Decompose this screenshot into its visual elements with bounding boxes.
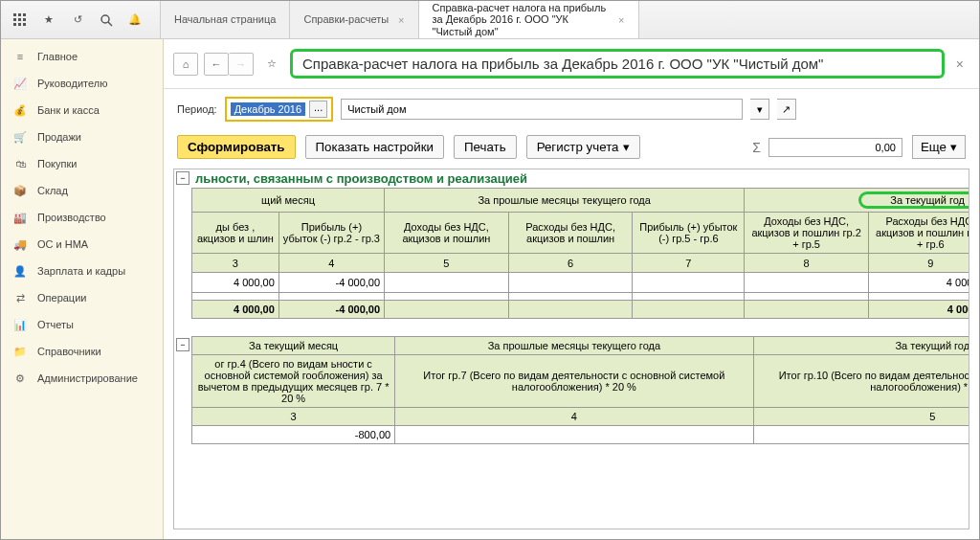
th: Прибыль (+) убыток (-) гр.5 - гр.6 (633, 213, 745, 254)
report-icon: 📊 (12, 317, 28, 332)
section-title: льности, связанным с производством и реа… (191, 169, 969, 188)
th: ог гр.4 (Всего по видам ьности с основно… (192, 355, 395, 408)
th: Доходы без НДС, акцизов и пошлин (385, 213, 509, 254)
settings-button[interactable]: Показать настройки (305, 135, 444, 159)
basket-icon: 🛍 (12, 156, 28, 171)
more-button[interactable]: Еще▾ (912, 135, 966, 159)
svg-rect-7 (18, 23, 21, 26)
sidebar-item-production[interactable]: 🏭Производство (1, 204, 163, 231)
folder-icon: 📁 (12, 344, 28, 359)
sidebar-item-main[interactable]: ≡Главное (1, 43, 163, 70)
register-button[interactable]: Регистр учета▾ (526, 135, 640, 159)
table-row-total: 4 000,00 -4 000,00 4 000,00 -4 000,00 (192, 301, 970, 319)
sidebar-item-bank[interactable]: 💰Банк и касса (1, 97, 163, 124)
sidebar-item-reports[interactable]: 📊Отчеты (1, 311, 163, 338)
favorite-button[interactable]: ☆ (259, 53, 284, 76)
sidebar-item-label: Покупки (37, 158, 77, 169)
sidebar-item-label: Операции (37, 292, 86, 304)
organization-value: Чистый дом (347, 103, 406, 115)
sidebar-item-label: Производство (37, 212, 106, 223)
period-value: Декабрь 2016 (231, 102, 305, 116)
sidebar-item-warehouse[interactable]: 📦Склад (1, 177, 163, 204)
th: 6 (508, 254, 633, 273)
period-label: Период: (177, 103, 217, 115)
cell: 4 000,00 (868, 273, 969, 293)
sidebar-item-label: Справочники (37, 346, 101, 357)
sidebar-item-label: Продажи (37, 131, 81, 143)
cell: -800,00 (192, 426, 395, 444)
th: Итог гр.10 (Всего по видам деятельности … (753, 355, 969, 408)
th: 5 (385, 254, 509, 273)
table-row: 4 000,00 -4 000,00 4 000,00 -4 000,00 (192, 273, 970, 293)
th: Расходы без НДС, акцизов и пошлин гр.3 +… (868, 213, 969, 254)
cart-icon: 🛒 (12, 129, 28, 145)
action-row: Сформировать Показать настройки Печать Р… (164, 129, 979, 165)
th: За прошлые месяцы текущего года (395, 337, 753, 355)
org-dropdown-button[interactable]: ▾ (750, 99, 769, 120)
th: 3 (192, 408, 395, 426)
th: Прибыль (+) убыток (-) гр.2 - гр.3 (278, 213, 384, 254)
svg-point-9 (101, 15, 109, 23)
th: 7 (633, 254, 745, 273)
report-area[interactable]: − льности, связанным с производством и р… (173, 169, 969, 529)
truck-icon: 🚚 (12, 236, 28, 252)
button-label: Печать (464, 140, 506, 154)
svg-rect-8 (23, 23, 26, 26)
th: Доходы без НДС, акцизов и пошлин гр.2 + … (745, 213, 869, 254)
sidebar-item-label: Главное (37, 51, 78, 62)
history-icon[interactable]: ↺ (66, 9, 89, 32)
chevron-down-icon: ▾ (623, 140, 630, 154)
svg-rect-5 (23, 18, 26, 21)
sidebar-item-purchases[interactable]: 🛍Покупки (1, 150, 163, 177)
collapse-toggle[interactable]: − (176, 338, 189, 351)
tab-home[interactable]: Начальная страница (160, 1, 290, 38)
th: 8 (745, 254, 869, 273)
bell-icon[interactable]: 🔔 (123, 9, 146, 32)
close-page-button[interactable]: × (950, 56, 969, 72)
back-button[interactable]: ← (204, 53, 229, 76)
collapse-toggle[interactable]: − (176, 171, 189, 185)
close-icon[interactable]: × (618, 14, 624, 26)
sidebar-item-admin[interactable]: ⚙Администрирование (1, 365, 163, 392)
header-current-year: За текущий год (745, 189, 969, 213)
generate-button[interactable]: Сформировать (177, 135, 296, 159)
period-picker-button[interactable]: ... (309, 101, 327, 118)
svg-rect-6 (13, 23, 16, 26)
th: 5 (753, 408, 969, 426)
sidebar-item-operations[interactable]: ⇄Операции (1, 284, 163, 311)
forward-button[interactable]: → (229, 53, 254, 76)
star-icon[interactable]: ★ (37, 9, 60, 32)
period-input[interactable]: Декабрь 2016 ... (225, 97, 334, 122)
button-label: Показать настройки (316, 140, 434, 154)
sidebar-item-sales[interactable]: 🛒Продажи (1, 124, 163, 150)
search-icon[interactable] (95, 9, 118, 32)
apps-icon[interactable] (9, 9, 32, 32)
button-label: Сформировать (188, 140, 285, 154)
org-open-button[interactable]: ↗ (777, 99, 796, 120)
close-icon[interactable]: × (398, 14, 404, 26)
sum-field[interactable]: 0,00 (768, 138, 902, 157)
sidebar-item-label: Банк и касса (37, 104, 100, 116)
person-icon: 👤 (12, 263, 28, 279)
sidebar-item-assets[interactable]: 🚚ОС и НМА (1, 231, 163, 258)
th: 9 (868, 254, 969, 273)
tab-reports[interactable]: Справки-расчеты× (290, 1, 418, 38)
report-table-1: щий месяц За прошлые месяцы текущего год… (191, 188, 969, 319)
sidebar-item-manager[interactable]: 📈Руководителю (1, 70, 163, 97)
sidebar-item-catalogs[interactable]: 📁Справочники (1, 338, 163, 365)
sidebar-item-salary[interactable]: 👤Зарплата и кадры (1, 258, 163, 284)
sidebar-item-label: Отчеты (37, 319, 74, 330)
sidebar-item-label: Администрирование (37, 372, 138, 384)
organization-input[interactable]: Чистый дом (341, 99, 743, 120)
cell: 4 000,00 (192, 301, 279, 319)
print-button[interactable]: Печать (454, 135, 517, 159)
th: За текущий год (753, 337, 969, 355)
tab-current-report[interactable]: Справка-расчет налога на прибыль за Дека… (419, 1, 639, 38)
home-button[interactable]: ⌂ (173, 53, 198, 76)
cell: -800,00 (753, 426, 969, 444)
table-row: -800,00 -800,00 (192, 426, 970, 444)
svg-rect-3 (13, 18, 16, 21)
box-icon: 📦 (12, 183, 28, 198)
header-current-month: щий месяц (192, 189, 385, 213)
sidebar: ≡Главное 📈Руководителю 💰Банк и касса 🛒Пр… (1, 39, 164, 539)
